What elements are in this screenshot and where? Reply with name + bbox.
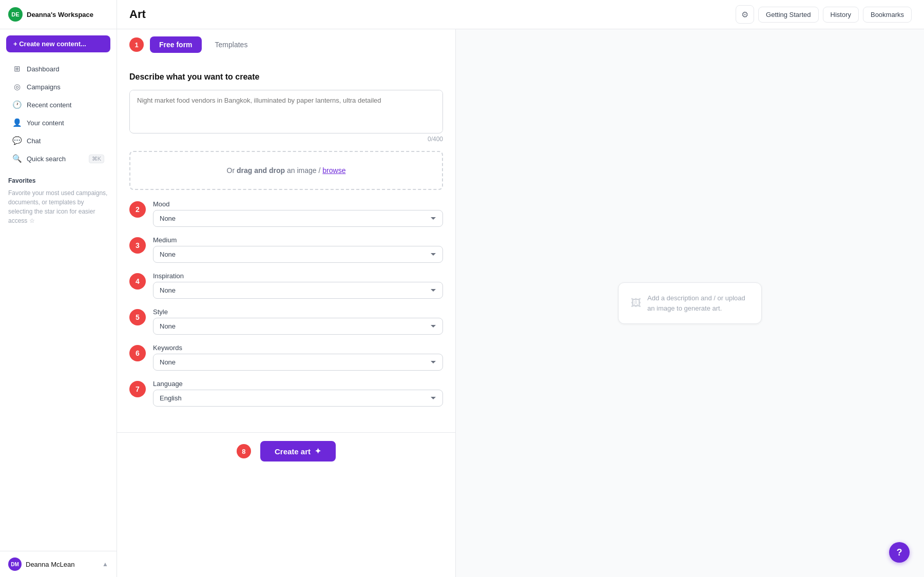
- step-4-badge: 4: [129, 273, 146, 290]
- tabs-row: 1 Free form Templates: [117, 29, 455, 60]
- favorites-title: Favorites: [8, 177, 108, 184]
- user-avatar: DM: [8, 557, 22, 571]
- content-area: 1 Free form Templates Describe what you …: [117, 29, 924, 577]
- field-row-style: 5StyleNone: [129, 308, 443, 335]
- sidebar-item-your-content[interactable]: 👤 Your content: [4, 114, 112, 131]
- upload-bold-text: drag and drop: [237, 166, 285, 175]
- step-5-badge: 5: [129, 309, 146, 325]
- tab-free-form[interactable]: Free form: [150, 36, 202, 53]
- hint-text: Add a description and / or upload an ima…: [647, 293, 749, 313]
- recent-content-icon: 🕐: [12, 100, 22, 109]
- upload-zone[interactable]: Or drag and drop an image / browse: [129, 151, 443, 190]
- preview-hint-card: 🖼 Add a description and / or upload an i…: [618, 282, 762, 324]
- image-icon: 🖼: [631, 297, 641, 309]
- field-content-style: StyleNone: [153, 308, 443, 335]
- field-label-medium: Medium: [153, 236, 443, 244]
- form-inner: Describe what you want to create 0/400 O…: [117, 60, 455, 432]
- dashboard-icon: ⊞: [12, 64, 22, 73]
- create-bar: 8 Create art ✦: [117, 432, 455, 470]
- preview-panel: 🖼 Add a description and / or upload an i…: [456, 29, 924, 577]
- upload-text-prefix: Or: [227, 166, 237, 175]
- field-label-mood: Mood: [153, 200, 443, 208]
- field-row-inspiration: 4InspirationNone: [129, 272, 443, 299]
- create-art-icon: ✦: [315, 447, 321, 456]
- sidebar: DE Deanna's Workspace + Create new conte…: [0, 0, 117, 577]
- sidebar-footer[interactable]: DM Deanna McLean ▲: [0, 551, 117, 577]
- step-8-badge: 8: [237, 444, 251, 458]
- sidebar-item-quick-search[interactable]: 🔍 Quick search ⌘K: [4, 150, 112, 167]
- field-select-mood[interactable]: None: [153, 210, 443, 227]
- bookmarks-button[interactable]: Bookmarks: [863, 7, 912, 23]
- search-icon: 🔍: [12, 154, 22, 163]
- field-select-medium[interactable]: None: [153, 246, 443, 263]
- user-name: Deanna McLean: [26, 561, 74, 568]
- sidebar-item-label: Campaigns: [27, 83, 61, 91]
- field-select-style[interactable]: None: [153, 318, 443, 335]
- section-title: Describe what you want to create: [129, 72, 443, 82]
- field-label-inspiration: Inspiration: [153, 272, 443, 280]
- field-content-medium: MediumNone: [153, 236, 443, 263]
- upload-text-mid: an image /: [285, 166, 322, 175]
- sidebar-item-dashboard[interactable]: ⊞ Dashboard: [4, 60, 112, 78]
- create-new-button[interactable]: + Create new content...: [6, 35, 110, 52]
- page-title: Art: [129, 8, 146, 21]
- history-button[interactable]: History: [823, 7, 859, 23]
- field-content-inspiration: InspirationNone: [153, 272, 443, 299]
- main-area: Art ⚙ Getting Started History Bookmarks …: [117, 0, 924, 577]
- field-row-keywords: 6KeywordsNone: [129, 344, 443, 371]
- favorites-section: Favorites Favorite your most used campai…: [0, 171, 117, 232]
- tab-templates[interactable]: Templates: [206, 36, 257, 53]
- gear-icon: ⚙: [741, 10, 748, 20]
- step-6-badge: 6: [129, 345, 146, 361]
- field-select-keywords[interactable]: None: [153, 354, 443, 371]
- browse-link[interactable]: browse: [322, 166, 345, 175]
- description-textarea-wrap: [129, 90, 443, 133]
- help-button[interactable]: ?: [889, 542, 910, 563]
- form-panel: 1 Free form Templates Describe what you …: [117, 29, 456, 577]
- field-label-keywords: Keywords: [153, 344, 443, 352]
- create-art-label: Create art: [275, 447, 311, 456]
- footer-user: DM Deanna McLean: [8, 557, 74, 571]
- char-count: 0/400: [129, 136, 443, 143]
- step-2-badge: 2: [129, 201, 146, 218]
- sidebar-item-campaigns[interactable]: ◎ Campaigns: [4, 78, 112, 95]
- getting-started-button[interactable]: Getting Started: [758, 7, 818, 23]
- topbar-right: ⚙ Getting Started History Bookmarks: [736, 5, 912, 24]
- field-select-inspiration[interactable]: None: [153, 282, 443, 299]
- campaigns-icon: ◎: [12, 82, 22, 91]
- create-art-button[interactable]: Create art ✦: [260, 441, 336, 461]
- step-3-badge: 3: [129, 237, 146, 254]
- sidebar-item-label: Quick search: [27, 155, 66, 163]
- settings-icon-button[interactable]: ⚙: [736, 5, 754, 24]
- favorites-description: Favorite your most used campaigns, docum…: [8, 188, 108, 225]
- field-content-language: LanguageEnglish: [153, 380, 443, 407]
- fields-container: 2MoodNone3MediumNone4InspirationNone5Sty…: [129, 200, 443, 407]
- field-content-mood: MoodNone: [153, 200, 443, 227]
- keyboard-shortcut: ⌘K: [89, 155, 104, 163]
- topbar: Art ⚙ Getting Started History Bookmarks: [117, 0, 924, 29]
- sidebar-item-label: Dashboard: [27, 65, 60, 73]
- field-label-language: Language: [153, 380, 443, 388]
- sidebar-item-label: Recent content: [27, 101, 71, 109]
- description-textarea[interactable]: [130, 90, 442, 131]
- sidebar-item-label: Chat: [27, 137, 41, 145]
- sidebar-header: DE Deanna's Workspace: [0, 0, 117, 29]
- field-content-keywords: KeywordsNone: [153, 344, 443, 371]
- sidebar-item-chat[interactable]: 💬 Chat: [4, 132, 112, 149]
- workspace-avatar: DE: [8, 7, 23, 22]
- sidebar-item-label: Your content: [27, 119, 64, 127]
- your-content-icon: 👤: [12, 118, 22, 127]
- field-row-language: 7LanguageEnglish: [129, 380, 443, 407]
- chat-icon: 💬: [12, 136, 22, 145]
- workspace-name: Deanna's Workspace: [27, 11, 93, 18]
- step-7-badge: 7: [129, 381, 146, 397]
- nav-section: ⊞ Dashboard ◎ Campaigns 🕐 Recent content…: [0, 56, 117, 171]
- field-row-mood: 2MoodNone: [129, 200, 443, 227]
- sidebar-item-recent-content[interactable]: 🕐 Recent content: [4, 96, 112, 113]
- field-row-medium: 3MediumNone: [129, 236, 443, 263]
- field-label-style: Style: [153, 308, 443, 316]
- chevron-up-icon: ▲: [102, 561, 108, 568]
- field-select-language[interactable]: English: [153, 390, 443, 407]
- step-1-badge: 1: [129, 37, 144, 52]
